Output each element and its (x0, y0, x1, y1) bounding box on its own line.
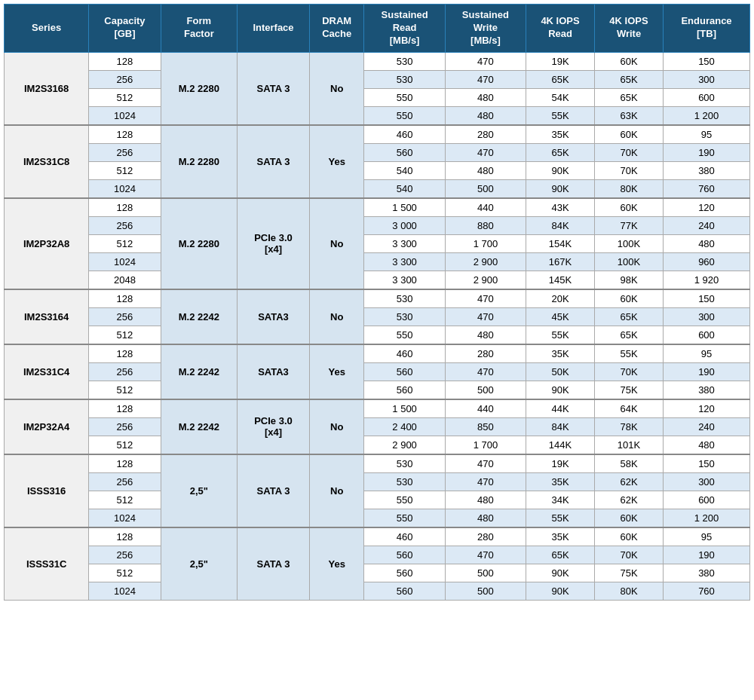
iops_read-cell: 84K (526, 417, 595, 436)
col-header-endurance: Endurance[TB] (664, 5, 750, 53)
sus_read-cell: 530 (364, 472, 445, 491)
table-row: 51256050090K75K380 (5, 564, 750, 582)
iops_write-cell: 65K (595, 307, 664, 326)
endurance-cell: 95 (664, 527, 750, 546)
iops_read-cell: 19K (526, 454, 595, 473)
endurance-cell: 1 920 (664, 271, 750, 289)
table-row: 25656047050K70K190 (5, 362, 750, 381)
dram-cell: Yes (309, 125, 363, 198)
table-row: 25656047065K70K190 (5, 143, 750, 161)
formfactor-cell: M.2 2242 (161, 399, 237, 454)
iops_write-cell: 63K (595, 106, 664, 125)
endurance-cell: 600 (664, 88, 750, 106)
sus_write-cell: 470 (445, 472, 526, 491)
dram-cell: Yes (309, 527, 363, 601)
capacity-cell: 1024 (89, 179, 161, 198)
table-row: 51255048055K65K600 (5, 326, 750, 344)
table-row: 5122 9001 700144K101K480 (5, 436, 750, 454)
endurance-cell: 1 200 (664, 509, 750, 527)
endurance-cell: 95 (664, 125, 750, 144)
sus_read-cell: 530 (364, 52, 445, 70)
sus_read-cell: 460 (364, 344, 445, 363)
formfactor-cell: M.2 2280 (161, 198, 237, 289)
iops_write-cell: 100K (595, 234, 664, 252)
capacity-cell: 128 (89, 125, 161, 144)
formfactor-cell: M.2 2280 (161, 125, 237, 198)
iops_read-cell: 54K (526, 88, 595, 106)
capacity-cell: 128 (89, 344, 161, 363)
iops_write-cell: 70K (595, 546, 664, 564)
capacity-cell: 128 (89, 527, 161, 546)
sus_write-cell: 480 (445, 326, 526, 344)
formfactor-cell: M.2 2242 (161, 344, 237, 399)
iops_write-cell: 65K (595, 326, 664, 344)
iops_read-cell: 90K (526, 161, 595, 179)
table-row: 51255048054K65K600 (5, 88, 750, 106)
capacity-cell: 256 (89, 216, 161, 234)
sus_write-cell: 480 (445, 106, 526, 125)
endurance-cell: 1 200 (664, 106, 750, 125)
iops_read-cell: 45K (526, 307, 595, 326)
sus_read-cell: 560 (364, 582, 445, 600)
sus_read-cell: 3 300 (364, 271, 445, 289)
iops_read-cell: 35K (526, 527, 595, 546)
iops_read-cell: 35K (526, 344, 595, 363)
sus_write-cell: 470 (445, 143, 526, 161)
endurance-cell: 300 (664, 307, 750, 326)
sus_write-cell: 2 900 (445, 271, 526, 289)
sus_read-cell: 530 (364, 454, 445, 473)
endurance-cell: 600 (664, 326, 750, 344)
sus_read-cell: 1 500 (364, 399, 445, 418)
endurance-cell: 240 (664, 417, 750, 436)
sus_read-cell: 550 (364, 326, 445, 344)
iops_read-cell: 90K (526, 564, 595, 582)
iops_read-cell: 84K (526, 216, 595, 234)
endurance-cell: 240 (664, 216, 750, 234)
series-cell: IM2S3164 (5, 289, 89, 344)
table-row: 2563 00088084K77K240 (5, 216, 750, 234)
capacity-cell: 1024 (89, 252, 161, 271)
capacity-cell: 1024 (89, 509, 161, 527)
sus_read-cell: 3 000 (364, 216, 445, 234)
capacity-cell: 512 (89, 234, 161, 252)
iops_write-cell: 70K (595, 362, 664, 381)
capacity-cell: 512 (89, 161, 161, 179)
interface-cell: PCIe 3.0[x4] (238, 198, 310, 289)
interface-cell: SATA 3 (238, 454, 310, 527)
sus_read-cell: 1 500 (364, 198, 445, 217)
sus_write-cell: 470 (445, 454, 526, 473)
sus_read-cell: 460 (364, 125, 445, 144)
sus_read-cell: 560 (364, 546, 445, 564)
capacity-cell: 128 (89, 454, 161, 473)
table-row: 51254048090K70K380 (5, 161, 750, 179)
interface-cell: SATA3 (238, 289, 310, 344)
sus_read-cell: 530 (364, 70, 445, 88)
iops_write-cell: 60K (595, 125, 664, 144)
sus_write-cell: 500 (445, 564, 526, 582)
sus_write-cell: 470 (445, 289, 526, 308)
iops_read-cell: 35K (526, 472, 595, 491)
series-cell: IM2S31C4 (5, 344, 89, 399)
dram-cell: No (309, 198, 363, 289)
capacity-cell: 512 (89, 381, 161, 399)
endurance-cell: 190 (664, 362, 750, 381)
table-row: 25656047065K70K190 (5, 546, 750, 564)
sus_write-cell: 500 (445, 381, 526, 399)
endurance-cell: 760 (664, 582, 750, 600)
iops_read-cell: 19K (526, 52, 595, 70)
capacity-cell: 512 (89, 491, 161, 509)
sus_read-cell: 550 (364, 509, 445, 527)
iops_read-cell: 90K (526, 179, 595, 198)
sus_write-cell: 1 700 (445, 436, 526, 454)
formfactor-cell: 2,5" (161, 527, 237, 601)
table-row: 102455048055K60K1 200 (5, 509, 750, 527)
series-cell: IM2P32A8 (5, 198, 89, 289)
endurance-cell: 190 (664, 143, 750, 161)
capacity-cell: 256 (89, 472, 161, 491)
endurance-cell: 150 (664, 52, 750, 70)
iops_write-cell: 55K (595, 344, 664, 363)
table-row: 5123 3001 700154K100K480 (5, 234, 750, 252)
iops_read-cell: 44K (526, 399, 595, 418)
endurance-cell: 380 (664, 381, 750, 399)
endurance-cell: 380 (664, 564, 750, 582)
